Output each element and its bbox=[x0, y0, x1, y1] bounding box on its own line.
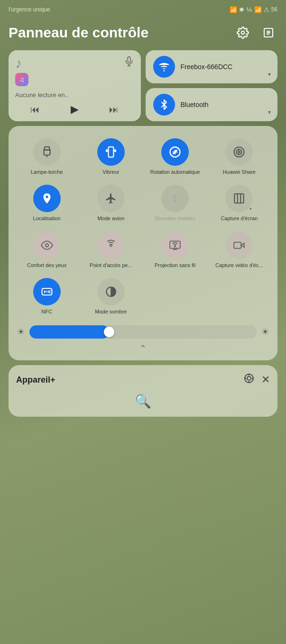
brightness-min-icon: ☀ bbox=[17, 327, 25, 337]
bluetooth-icon-circle bbox=[153, 94, 175, 116]
wifi-card[interactable]: Freebox-666DCC ▾ bbox=[146, 50, 278, 83]
tile-rotation[interactable]: Rotation automatique bbox=[144, 134, 207, 179]
brightness-slider[interactable] bbox=[29, 325, 257, 339]
eye-comfort-label: Confort des yeux bbox=[27, 262, 66, 268]
top-cards: ♪ ♫ Aucune lecture en.. ⏮ ▶ ⏭ bbox=[9, 50, 277, 121]
screen-record-label: Capture vidéo d'éc... bbox=[215, 262, 263, 268]
tile-wireless-projection[interactable]: Projection sans fil bbox=[144, 228, 207, 272]
nfc-label: NFC bbox=[41, 308, 52, 315]
bottom-panel: Appareil+ ✕ 🔍 bbox=[9, 365, 277, 417]
tile-nfc[interactable]: NFC bbox=[15, 274, 78, 319]
svg-point-0 bbox=[241, 31, 245, 35]
hotspot-icon-circle bbox=[97, 232, 125, 259]
status-icons: 📶 ✱ ⅙ 📶 ⚠ 56 bbox=[230, 6, 277, 13]
svg-point-26 bbox=[175, 246, 175, 247]
wifi-status-icon: 📶 bbox=[254, 6, 262, 13]
edit-button[interactable] bbox=[259, 24, 277, 42]
wifi-label: Freebox-666DCC bbox=[181, 63, 233, 71]
eye-comfort-icon-circle bbox=[33, 232, 61, 259]
music-note-icon: ♪ bbox=[15, 56, 28, 71]
tiles-panel: Lampe-torche Vibreur bbox=[9, 126, 277, 360]
media-voice-icon[interactable] bbox=[124, 56, 134, 69]
chevron-row: ⌃ bbox=[15, 343, 271, 354]
brightness-fill bbox=[29, 325, 109, 339]
rotation-label: Rotation automatique bbox=[150, 169, 200, 175]
vibration-icon-circle bbox=[97, 138, 125, 166]
media-card[interactable]: ♪ ♫ Aucune lecture en.. ⏮ ▶ ⏭ bbox=[9, 50, 141, 121]
apple-music-icon: ♫ bbox=[15, 73, 28, 86]
tile-location[interactable]: Localisation bbox=[15, 181, 78, 225]
wireless-projection-icon-circle bbox=[161, 232, 189, 259]
media-controls: ⏮ ▶ ⏭ bbox=[15, 103, 134, 116]
panel-title: Panneau de contrôle bbox=[9, 25, 148, 41]
nfc-icon-circle bbox=[33, 278, 61, 305]
svg-point-16 bbox=[238, 151, 240, 153]
target-icon[interactable] bbox=[243, 373, 255, 387]
tile-screenshot[interactable]: ▾ Capture d'écran bbox=[208, 181, 271, 225]
nfc-status-icon: 📶 bbox=[230, 6, 237, 13]
bluetooth-status-icon: ✱ bbox=[239, 6, 244, 13]
vibration-label: Vibreur bbox=[102, 169, 119, 175]
bluetooth-label: Bluetooth bbox=[181, 101, 209, 108]
tile-airplane[interactable]: Mode avion bbox=[79, 181, 142, 225]
close-icon[interactable]: ✕ bbox=[261, 374, 270, 386]
huawei-share-icon-circle bbox=[225, 138, 253, 166]
mobile-data-label: Données mobiles bbox=[155, 215, 195, 222]
search-icon[interactable]: 🔍 bbox=[135, 394, 151, 409]
panel-header: Panneau de contrôle bbox=[9, 24, 277, 42]
svg-point-18 bbox=[234, 147, 244, 157]
svg-rect-27 bbox=[234, 242, 241, 248]
dark-mode-label: Mode sombre bbox=[95, 308, 127, 315]
control-panel: Panneau de contrôle bbox=[0, 24, 286, 417]
media-next-button[interactable]: ⏭ bbox=[109, 104, 119, 115]
brightness-row: ☀ ☀ bbox=[15, 325, 271, 339]
alert-status-icon: ⚠ bbox=[264, 6, 269, 13]
screenshot-label: Capture d'écran bbox=[221, 215, 258, 222]
tile-mobile-data[interactable]: Données mobiles bbox=[144, 181, 207, 225]
battery-level: 56 bbox=[271, 6, 277, 13]
svg-rect-29 bbox=[48, 291, 49, 293]
tile-hotspot[interactable]: Point d'accès pe... bbox=[79, 228, 142, 272]
media-play-button[interactable]: ▶ bbox=[71, 103, 79, 116]
bluetooth-arrow-icon: ▾ bbox=[268, 109, 271, 116]
media-top: ♪ ♫ bbox=[15, 56, 134, 86]
svg-point-33 bbox=[247, 376, 251, 380]
huawei-share-label: Huawei Share bbox=[223, 169, 256, 175]
status-bar: l'urgence unique 📶 ✱ ⅙ 📶 ⚠ 56 bbox=[0, 0, 286, 17]
tile-screen-record[interactable]: Capture vidéo d'éc... bbox=[208, 228, 271, 272]
tile-eye-comfort[interactable]: Confort des yeux bbox=[15, 228, 78, 272]
brightness-max-icon: ☀ bbox=[261, 327, 269, 337]
hotspot-label: Point d'accès pe... bbox=[90, 262, 132, 268]
status-emergency: l'urgence unique bbox=[9, 6, 50, 13]
header-actions bbox=[234, 24, 277, 42]
mobile-data-icon-circle bbox=[161, 185, 189, 212]
network-cards: Freebox-666DCC ▾ Bluetooth ▾ bbox=[146, 50, 278, 121]
expand-chevron-icon[interactable]: ⌃ bbox=[139, 343, 147, 354]
wifi-arrow-icon: ▾ bbox=[268, 71, 271, 78]
screenshot-icon-circle: ▾ bbox=[225, 185, 253, 212]
rotation-icon-circle bbox=[161, 138, 189, 166]
bluetooth-card[interactable]: Bluetooth ▾ bbox=[146, 88, 278, 121]
wireless-projection-label: Projection sans fil bbox=[155, 262, 195, 268]
svg-point-23 bbox=[45, 243, 48, 247]
media-prev-button[interactable]: ⏮ bbox=[30, 104, 40, 115]
dark-mode-icon-circle bbox=[97, 278, 125, 305]
signal-status-icon: ⅙ bbox=[246, 6, 252, 13]
svg-point-7 bbox=[163, 70, 165, 72]
svg-point-17 bbox=[237, 149, 242, 155]
tiles-grid: Lampe-torche Vibreur bbox=[15, 134, 271, 319]
wifi-icon-circle bbox=[153, 56, 175, 78]
airplane-icon-circle bbox=[97, 185, 125, 212]
tile-dark-mode[interactable]: Mode sombre bbox=[79, 274, 142, 319]
tile-torch[interactable]: Lampe-torche bbox=[15, 134, 78, 179]
torch-icon-circle bbox=[33, 138, 61, 166]
airplane-label: Mode avion bbox=[97, 215, 124, 222]
svg-rect-10 bbox=[108, 147, 113, 157]
tile-huawei-share[interactable]: Huawei Share bbox=[208, 134, 271, 179]
tile-vibration[interactable]: Vibreur bbox=[79, 134, 142, 179]
svg-rect-20 bbox=[235, 194, 244, 204]
svg-rect-8 bbox=[44, 150, 50, 155]
bottom-panel-icons: ✕ bbox=[243, 373, 270, 387]
settings-button[interactable] bbox=[234, 24, 252, 42]
brightness-thumb[interactable] bbox=[104, 327, 114, 337]
